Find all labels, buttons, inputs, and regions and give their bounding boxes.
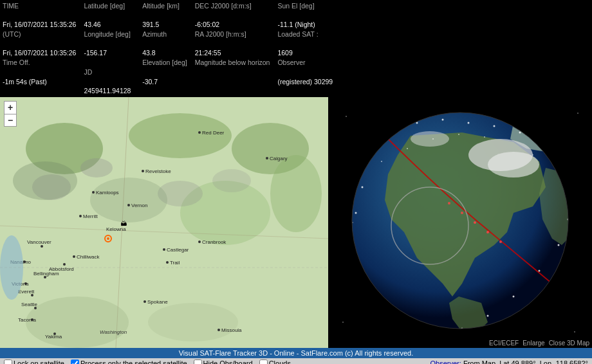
jd-row: 2459411.94128: [84, 77, 134, 96]
svg-point-77: [416, 122, 418, 123]
utc-label: (UTC) Fri, 16/07/2021 10:35:26: [3, 30, 76, 58]
svg-point-86: [557, 244, 559, 246]
svg-point-67: [107, 237, 109, 240]
observer-link[interactable]: Observer:: [430, 359, 461, 364]
svg-text:Castlegar: Castlegar: [167, 247, 189, 253]
svg-text:Spokane: Spokane: [147, 299, 168, 305]
svg-point-41: [166, 261, 169, 264]
svg-text:Revelstoke: Revelstoke: [145, 168, 171, 174]
svg-text:🏔: 🏔: [121, 221, 127, 227]
magnitude-row: Magnitude below horizon: [195, 58, 270, 68]
svg-point-24: [92, 191, 95, 194]
observer-row: Observer (registered) 30299: [277, 58, 333, 86]
svg-point-11: [80, 158, 113, 177]
svg-point-62: [217, 329, 220, 331]
svg-point-120: [346, 116, 347, 117]
altitude-row: Altitude [km] 391.5: [142, 1, 187, 30]
loaded-row: Loaded SAT : 1609: [277, 30, 333, 58]
svg-point-18: [198, 131, 201, 134]
svg-point-111: [448, 202, 450, 205]
clouds-text: Clouds: [269, 359, 291, 364]
svg-text:Red Deer: Red Deer: [202, 130, 225, 136]
map-area[interactable]: Red Deer Calgary Revelstoke Kamloops Ver…: [0, 97, 328, 348]
altitude-column: Altitude [km] 391.5 Azimuth 43.8 Elevati…: [142, 1, 187, 96]
svg-point-57: [143, 300, 146, 303]
clouds-checkbox[interactable]: [259, 359, 268, 364]
svg-text:Trail: Trail: [170, 260, 180, 266]
svg-point-26: [127, 204, 130, 206]
svg-text:Washington: Washington: [100, 329, 127, 335]
main-content: Red Deer Calgary Revelstoke Kamloops Ver…: [0, 97, 592, 348]
globe-links: ECI/ECEF Enlarge Close 3D Map: [489, 340, 589, 347]
svg-point-73: [411, 131, 449, 147]
map-svg: Red Deer Calgary Revelstoke Kamloops Ver…: [0, 97, 328, 348]
svg-point-79: [467, 122, 469, 123]
globe-area: ECI/ECEF Enlarge Close 3D Map: [328, 97, 592, 348]
zoom-in-button[interactable]: +: [4, 101, 17, 114]
clouds-label[interactable]: Clouds: [259, 359, 291, 364]
svg-text:Merritt: Merritt: [83, 214, 98, 219]
svg-text:Chilliwack: Chilliwack: [77, 254, 100, 260]
svg-point-121: [577, 113, 578, 114]
eci-ecef-link[interactable]: ECI/ECEF: [489, 340, 519, 347]
enlarge-link[interactable]: Enlarge: [523, 340, 544, 347]
svg-point-6: [270, 155, 322, 232]
azimuth-row: Azimuth 43.8: [142, 30, 187, 58]
svg-point-87: [538, 269, 540, 271]
latitude-row: Latitude [deg] 43.46: [84, 1, 134, 30]
svg-point-99: [381, 161, 382, 162]
svg-point-78: [441, 118, 443, 120]
svg-point-39: [163, 248, 165, 251]
lock-satellite-label[interactable]: Lock on satellite: [4, 359, 64, 364]
svg-point-15: [90, 177, 167, 223]
svg-point-28: [79, 215, 82, 217]
svg-text:Kamloops: Kamloops: [96, 190, 119, 196]
globe-svg: [333, 104, 587, 341]
svg-point-89: [486, 314, 488, 316]
svg-text:Vancouver: Vancouver: [27, 239, 51, 245]
svg-point-13: [212, 169, 251, 192]
svg-point-101: [432, 138, 434, 140]
dec-row: DEC J2000 [d:m:s] -6:05:02: [195, 1, 270, 30]
svg-point-122: [342, 322, 344, 323]
svg-point-72: [488, 152, 539, 177]
svg-text:Bellingham: Bellingham: [33, 271, 59, 277]
svg-point-109: [499, 241, 502, 243]
zoom-controls: + −: [4, 101, 17, 127]
process-only-checkbox[interactable]: [71, 359, 79, 364]
svg-point-81: [519, 131, 521, 133]
zoom-out-button[interactable]: −: [4, 114, 17, 127]
svg-text:Vernon: Vernon: [131, 203, 147, 208]
ra-row: RA J2000 [h:m:s] 21:24:55: [195, 30, 270, 58]
svg-point-4: [129, 113, 232, 158]
svg-point-110: [461, 212, 463, 214]
lock-satellite-checkbox[interactable]: [4, 359, 12, 364]
svg-point-98: [361, 186, 363, 188]
observer-location: From Map, Lat 49.889°, Lon -118.6582°: [463, 359, 588, 364]
time-offset: Time Off. -1m 54s (Past): [3, 58, 76, 86]
svg-point-33: [198, 241, 201, 243]
svg-text:Yakima: Yakima: [45, 334, 62, 340]
svg-point-17: [148, 303, 238, 341]
process-only-label[interactable]: Process only the selected satellite: [71, 359, 187, 364]
svg-text:Tacoma: Tacoma: [18, 317, 37, 323]
time-label: TIME Fri, 16/07/2021 15:35:26: [3, 1, 76, 30]
svg-point-22: [142, 170, 144, 172]
svg-point-104: [532, 154, 533, 156]
celestial-column: DEC J2000 [d:m:s] -6:05:02 RA J2000 [h:m…: [195, 1, 270, 96]
footer-text: Visual SAT-Flare Tracker 3D - Online - S…: [179, 349, 414, 357]
svg-text:Kelowna: Kelowna: [106, 226, 126, 232]
hide-obs-checkbox[interactable]: [194, 359, 202, 364]
svg-point-103: [484, 136, 485, 138]
options-bar: Lock on satellite Process only the selec…: [0, 358, 592, 364]
hide-obs-label[interactable]: Hide Obs/board: [194, 359, 253, 364]
svg-point-37: [73, 255, 75, 258]
svg-text:Missoula: Missoula: [221, 327, 242, 333]
sun-row: Sun El [deg] -11.1 (Night): [277, 1, 333, 30]
observer-info: Observer: From Map, Lat 49.889°, Lon -11…: [430, 359, 588, 364]
close-3d-link[interactable]: Close 3D Map: [549, 340, 589, 347]
svg-point-123: [574, 331, 575, 332]
svg-point-35: [41, 245, 43, 248]
svg-point-100: [407, 148, 408, 149]
time-column: TIME Fri, 16/07/2021 15:35:26 (UTC) Fri,…: [3, 1, 76, 96]
